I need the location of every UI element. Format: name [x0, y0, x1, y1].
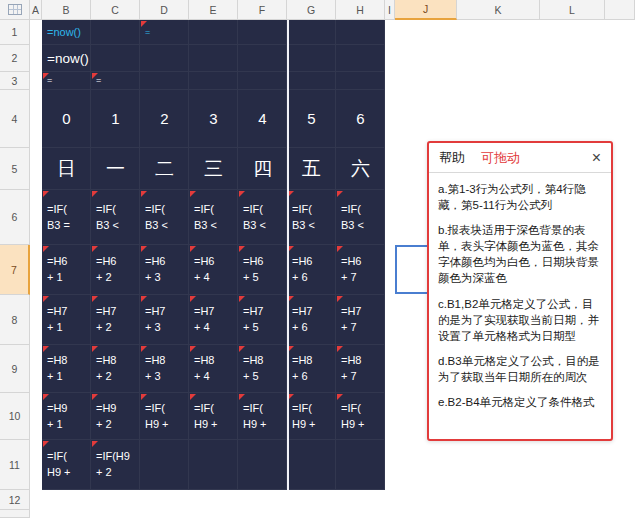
help-panel-header[interactable]: 帮助 可拖动 ×: [429, 143, 611, 173]
row-header-3[interactable]: 3: [0, 72, 30, 90]
sheet-cell-h11[interactable]: [336, 440, 385, 490]
sheet-cell-c5[interactable]: 一: [91, 148, 140, 190]
sheet-cell-d8[interactable]: =H7+ 3: [140, 295, 189, 345]
sheet-cell-d2[interactable]: [140, 45, 189, 72]
sheet-cell-b1[interactable]: =now(): [42, 20, 91, 45]
sheet-cell-e9[interactable]: =H8+ 4: [189, 345, 238, 393]
sheet-cell-b4[interactable]: 0: [42, 90, 91, 148]
sheet-cell-f2[interactable]: [238, 45, 287, 72]
row-header-2[interactable]: 2: [0, 45, 30, 72]
sheet-cell-f5[interactable]: 四: [238, 148, 287, 190]
row-header-12[interactable]: 12: [0, 490, 30, 510]
sheet-cell-c10[interactable]: =H9+ 2: [91, 393, 140, 440]
sheet-cell-e4[interactable]: 3: [189, 90, 238, 148]
sheet-cell-c7[interactable]: =H6+ 2: [91, 245, 140, 295]
sheet-cell-e3[interactable]: [189, 72, 238, 90]
sheet-cell-b3[interactable]: =: [42, 72, 91, 90]
sheet-cell-h2[interactable]: [336, 45, 385, 72]
column-header-j[interactable]: J: [395, 0, 457, 20]
sheet-cell-b8[interactable]: =H7+ 1: [42, 295, 91, 345]
row-header-1[interactable]: 1: [0, 20, 30, 45]
row-header-4[interactable]: 4: [0, 90, 30, 148]
column-header-l[interactable]: L: [540, 0, 605, 20]
sheet-cell-d3[interactable]: [140, 72, 189, 90]
column-header-f[interactable]: F: [238, 0, 287, 20]
sheet-cell-h10[interactable]: =IF(H9 +: [336, 393, 385, 440]
sheet-cell-e6[interactable]: =IF(B3 <: [189, 190, 238, 245]
sheet-cell-f11[interactable]: [238, 440, 287, 490]
sheet-cell-f9[interactable]: =H8+ 5: [238, 345, 287, 393]
row-header-7[interactable]: 7: [0, 245, 30, 295]
sheet-cell-e5[interactable]: 三: [189, 148, 238, 190]
row-header-11[interactable]: 11: [0, 440, 30, 490]
row-header-9[interactable]: 9: [0, 345, 30, 393]
sheet-cell-h7[interactable]: =H6+ 7: [336, 245, 385, 295]
sheet-cell-d11[interactable]: [140, 440, 189, 490]
sheet-cell-f4[interactable]: 4: [238, 90, 287, 148]
column-header-e[interactable]: E: [189, 0, 238, 20]
column-header-d[interactable]: D: [140, 0, 189, 20]
select-all-corner[interactable]: [0, 0, 30, 20]
sheet-cell-f1[interactable]: [238, 20, 287, 45]
sheet-cell-b10[interactable]: =H9+ 1: [42, 393, 91, 440]
sheet-cell-b2[interactable]: =now(): [42, 45, 91, 72]
sheet-cell-h6[interactable]: =IF(B3 <: [336, 190, 385, 245]
column-header-h[interactable]: H: [336, 0, 385, 20]
sheet-cell-h9[interactable]: =H8+ 7: [336, 345, 385, 393]
sheet-cell-h5[interactable]: 六: [336, 148, 385, 190]
column-header-k[interactable]: K: [457, 0, 540, 20]
sheet-cell-h4[interactable]: 6: [336, 90, 385, 148]
sheet-cell-d5[interactable]: 二: [140, 148, 189, 190]
sheet-cell-g2[interactable]: [287, 45, 336, 72]
row-header-5[interactable]: 5: [0, 148, 30, 190]
sheet-cell-g6[interactable]: =IF(B3 <: [287, 190, 336, 245]
sheet-cell-f10[interactable]: =IF(H9 +: [238, 393, 287, 440]
sheet-cell-b7[interactable]: =H6+ 1: [42, 245, 91, 295]
sheet-cell-f6[interactable]: =IF(B3 <: [238, 190, 287, 245]
sheet-cell-c11[interactable]: =IF(H9+ 2: [91, 440, 140, 490]
sheet-cell-c1[interactable]: [91, 20, 140, 45]
sheet-cell-d7[interactable]: =H6+ 3: [140, 245, 189, 295]
sheet-cell-d4[interactable]: 2: [140, 90, 189, 148]
close-icon[interactable]: ×: [592, 150, 601, 166]
sheet-cell-g4[interactable]: 5: [287, 90, 336, 148]
sheet-cell-e2[interactable]: [189, 45, 238, 72]
sheet-cell-c2[interactable]: [91, 45, 140, 72]
sheet-cell-d9[interactable]: =H8+ 3: [140, 345, 189, 393]
sheet-cell-e7[interactable]: =H6+ 4: [189, 245, 238, 295]
column-header-b[interactable]: B: [42, 0, 91, 20]
sheet-cell-h8[interactable]: =H7+ 7: [336, 295, 385, 345]
help-panel[interactable]: 帮助 可拖动 × a.第1-3行为公式列，第4行隐藏，第5-11行为公式列 b.…: [427, 141, 613, 441]
sheet-cell-f7[interactable]: =H6+ 5: [238, 245, 287, 295]
sheet-cell-g5[interactable]: 五: [287, 148, 336, 190]
sheet-cell-d6[interactable]: =IF(B3 <: [140, 190, 189, 245]
sheet-cell-e10[interactable]: =IF(H9 +: [189, 393, 238, 440]
sheet-cell-c4[interactable]: 1: [91, 90, 140, 148]
sheet-cell-c8[interactable]: =H7+ 2: [91, 295, 140, 345]
sheet-cell-e1[interactable]: [189, 20, 238, 45]
sheet-cell-b11[interactable]: =IF(H9 +: [42, 440, 91, 490]
sheet-cell-g7[interactable]: =H6+ 6: [287, 245, 336, 295]
sheet-cell-g3[interactable]: [287, 72, 336, 90]
column-header-a[interactable]: A: [30, 0, 42, 20]
column-header-g[interactable]: G: [287, 0, 336, 20]
sheet-cell-d1[interactable]: =: [140, 20, 189, 45]
sheet-cell-e8[interactable]: =H7+ 4: [189, 295, 238, 345]
sheet-cell-g11[interactable]: [287, 440, 336, 490]
sheet-cell-g8[interactable]: =H7+ 6: [287, 295, 336, 345]
sheet-cell-c9[interactable]: =H8+ 2: [91, 345, 140, 393]
sheet-cell-c6[interactable]: =IF(B3 <: [91, 190, 140, 245]
sheet-cell-h3[interactable]: [336, 72, 385, 90]
column-header-c[interactable]: C: [91, 0, 140, 20]
sheet-cell-f8[interactable]: =H7+ 5: [238, 295, 287, 345]
sheet-cell-f3[interactable]: [238, 72, 287, 90]
sheet-cell-h1[interactable]: [336, 20, 385, 45]
sheet-cell-g1[interactable]: [287, 20, 336, 45]
row-header-10[interactable]: 10: [0, 393, 30, 440]
sheet-cell-e11[interactable]: [189, 440, 238, 490]
sheet-cell-b9[interactable]: =H8+ 1: [42, 345, 91, 393]
sheet-cell-g10[interactable]: =IF(H9 +: [287, 393, 336, 440]
sheet-cell-c3[interactable]: =: [91, 72, 140, 90]
sheet-cell-d10[interactable]: =IF(H9 +: [140, 393, 189, 440]
sheet-cell-g9[interactable]: =H8+ 6: [287, 345, 336, 393]
